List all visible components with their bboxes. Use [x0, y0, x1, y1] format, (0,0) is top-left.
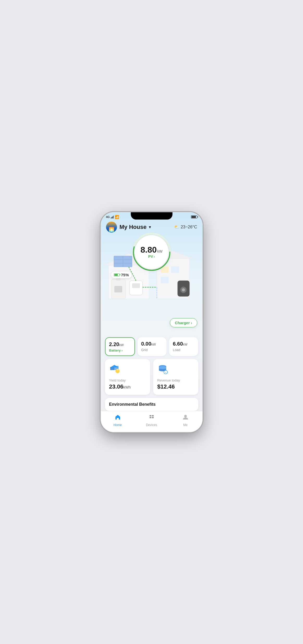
svg-text:›: › — [165, 371, 166, 374]
weather-icon: ⛅ — [174, 224, 179, 229]
grid-stat-label: Grid — [141, 348, 163, 352]
bottom-nav: Home Devices — [101, 411, 202, 432]
pv-reading: 8.80 kW — [140, 246, 163, 254]
svg-point-39 — [184, 415, 187, 417]
notch — [131, 212, 172, 220]
avatar-image: 🌅 — [106, 222, 117, 233]
battery-stat-value: 2.20kW — [109, 341, 131, 347]
revenue-prefix: $ — [157, 383, 160, 390]
svg-rect-35 — [150, 415, 151, 416]
svg-rect-19 — [132, 283, 140, 288]
yield-value: 23.06kWh — [109, 383, 146, 390]
battery-percentage: 75% — [121, 273, 129, 277]
devices-nav-label: Devices — [146, 423, 157, 427]
load-stat-label: Load — [173, 348, 194, 352]
revenue-sublabel: Revenue today — [157, 378, 194, 382]
me-icon — [182, 414, 189, 422]
pv-label[interactable]: PV › — [148, 254, 155, 259]
me-nav-label: Me — [183, 423, 188, 427]
weather-info: ⛅ 23~26°C — [174, 224, 197, 229]
svg-rect-7 — [161, 277, 169, 283]
info-cards-row: Yield today 23.06kWh › Revenue to — [101, 356, 202, 395]
revenue-value: $12.46 — [157, 383, 194, 390]
header-left[interactable]: 🌅 My House ▼ — [106, 222, 152, 233]
yield-card[interactable]: Yield today 23.06kWh — [105, 359, 150, 395]
avatar[interactable]: 🌅 — [106, 222, 117, 233]
revenue-card[interactable]: › Revenue today $12.46 — [153, 359, 198, 395]
pv-value: 8.80 — [140, 246, 157, 254]
svg-rect-6 — [171, 266, 179, 273]
environmental-benefits-section[interactable]: Environmental Benefits — [105, 398, 198, 411]
yield-sublabel: Yield today — [109, 378, 146, 382]
yield-icon — [109, 364, 146, 376]
svg-rect-16 — [116, 278, 121, 280]
phone-frame: 4G 📶 🌅 M — [101, 212, 202, 432]
svg-rect-38 — [152, 417, 154, 418]
stat-card-battery[interactable]: 2.20kW Battery › — [105, 337, 135, 356]
stats-row: 2.20kW Battery › 0.00kW Grid 6.60kW — [101, 337, 202, 356]
revenue-icon: › — [157, 364, 194, 376]
mini-battery-icon — [114, 273, 120, 276]
charger-button[interactable]: Charger › — [170, 318, 197, 327]
temperature-text: 23~26°C — [181, 225, 197, 229]
pv-gauge-wrapper[interactable]: 8.80 kW PV › — [135, 235, 169, 269]
svg-rect-36 — [152, 415, 154, 416]
signal-text: 4G — [106, 215, 110, 218]
phone-screen: 4G 📶 🌅 M — [101, 212, 202, 432]
status-left: 4G 📶 — [106, 215, 119, 219]
house-name: My House — [120, 224, 147, 230]
energy-area: 8.80 kW PV › — [101, 235, 202, 335]
ev-charger-device — [178, 281, 189, 296]
devices-icon — [148, 414, 155, 422]
status-right — [191, 215, 197, 218]
battery-unit — [111, 278, 126, 299]
signal-bars-icon — [111, 215, 114, 218]
svg-rect-37 — [150, 417, 151, 418]
home-icon — [114, 414, 121, 422]
wifi-icon: 📶 — [115, 215, 119, 219]
inverter — [129, 281, 143, 295]
battery-level-badge: 75% — [111, 272, 132, 278]
pv-unit: kW — [157, 249, 163, 253]
load-stat-value: 6.60kW — [173, 341, 194, 347]
mini-battery-fill — [114, 274, 118, 276]
svg-rect-17 — [114, 286, 122, 292]
nav-devices[interactable]: Devices — [135, 414, 169, 427]
nav-home[interactable]: Home — [101, 414, 135, 427]
svg-point-32 — [159, 366, 166, 369]
grid-stat-value: 0.00kW — [141, 341, 163, 347]
home-nav-label: Home — [113, 423, 122, 427]
stat-card-grid: 0.00kW Grid — [138, 337, 166, 356]
nav-me[interactable]: Me — [169, 414, 202, 427]
battery-status-icon — [191, 215, 197, 218]
pv-gauge[interactable]: 8.80 kW PV › — [135, 235, 169, 269]
battery-stat-label[interactable]: Battery › — [109, 348, 131, 352]
house-title[interactable]: My House ▼ — [120, 224, 152, 230]
svg-point-22 — [182, 288, 185, 291]
dropdown-arrow-icon[interactable]: ▼ — [148, 225, 152, 229]
battery-fill — [191, 216, 196, 218]
env-title: Environmental Benefits — [109, 402, 194, 407]
stat-card-load: 6.60kW Load — [169, 337, 198, 356]
